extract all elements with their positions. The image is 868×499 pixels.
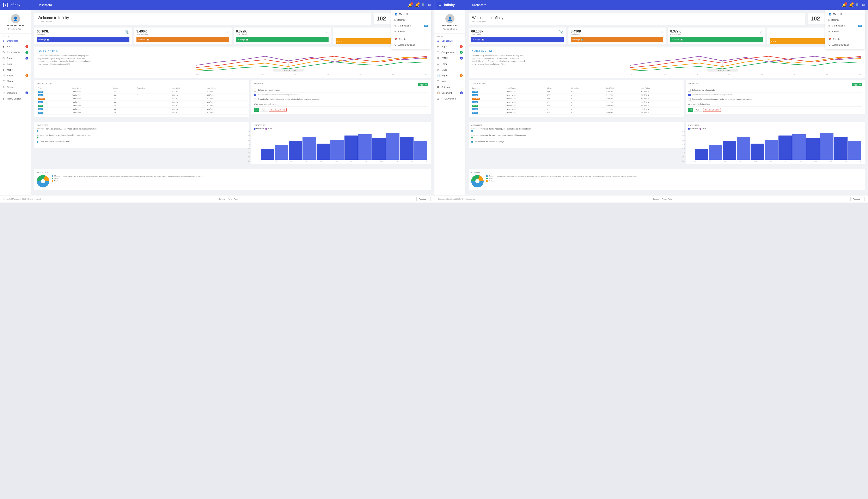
sidebar-label-menu: Menu: [7, 80, 13, 83]
col-type: Type: [37, 86, 71, 90]
sales-desc: Collaboratively administrate empowered m…: [38, 54, 91, 65]
careers-link[interactable]: Careers: [219, 198, 225, 200]
sidebar-item-apps-r[interactable]: ◈ Apps 1: [434, 44, 465, 49]
grid-icon-r[interactable]: ⊞: [862, 3, 865, 7]
todo-input-r[interactable]: [688, 102, 862, 107]
sidebar-item-document[interactable]: 📋 Document 2: [0, 90, 31, 96]
browser-title-r: ACTIVITIES: [471, 171, 862, 173]
dropdown-balance[interactable]: $ Balance: [392, 17, 431, 23]
closed-value: 8.372K: [236, 29, 329, 33]
lead-visit: 9:22 AM: [171, 111, 206, 114]
feedback-button[interactable]: Feedback ↓: [417, 197, 431, 201]
welcome-sub: Number Of Views: [38, 21, 368, 23]
todo-checkbox-2[interactable]: ✓: [254, 94, 256, 96]
sidebar-label-pages-r: Pages: [442, 74, 448, 77]
privacy-link-r[interactable]: Privacy Policy: [662, 198, 673, 200]
type-badge-r: Buyer: [472, 112, 478, 114]
todo-clear-button-r[interactable]: Clear Completed (1): [703, 108, 721, 112]
sidebar-item-email[interactable]: ✉ EMAIL 4: [0, 55, 31, 61]
sidebar-item-menu[interactable]: ☰ Menu: [0, 78, 31, 84]
sidebar-item-maps[interactable]: ⊕ Maps: [0, 67, 31, 73]
type-badge-r: Buyer: [472, 108, 478, 110]
sidebar-item-dashboard-r[interactable]: ⊞ Dashboard: [434, 38, 465, 44]
todo-active-button-r[interactable]: Active: [694, 108, 702, 112]
dropdown-connections[interactable]: ⊕ Connections 29: [392, 23, 431, 28]
firefox-dot-r: [486, 180, 488, 182]
sidebar-item-html-r[interactable]: ⊞ HTML Version: [434, 96, 465, 101]
sales-card-r: Sales in 2014 Collaboratively administra…: [469, 47, 865, 78]
sidebar-item-form[interactable]: ☰ Form: [0, 61, 31, 67]
toggle-all-button-r[interactable]: Toggle All: [852, 83, 862, 86]
col-views-r: Views: [546, 86, 571, 90]
profile-icon-r: 👤: [828, 13, 831, 15]
todo-input[interactable]: [254, 102, 428, 107]
todo-checkbox-2-r[interactable]: ✓: [688, 94, 691, 96]
analytics-bar-9: [386, 133, 399, 160]
sidebar-item-pages[interactable]: 📄 Pages 8: [0, 73, 31, 78]
activity-dot-1-r: [471, 130, 473, 132]
sidebar-label-components: Components: [7, 51, 20, 53]
dropdown-profile-r[interactable]: 👤 My profile: [826, 11, 865, 17]
metric-card-leads-r: 📎66.163kTotal Leads % change📊: [469, 27, 566, 44]
todo-checkbox-3-r[interactable]: [688, 98, 691, 101]
sidebar-item-form-r[interactable]: ☰ Form: [434, 61, 465, 67]
search-icon[interactable]: 🔍: [421, 3, 425, 7]
lead-action: 8/27/2016: [206, 94, 247, 97]
search-icon-r[interactable]: 🔍: [855, 3, 859, 7]
sidebar-item-document-r[interactable]: 📋 Document 2: [434, 90, 465, 96]
dropdown-account-settings-r[interactable]: ⚙ Account settings: [826, 42, 865, 48]
dropdown-profile[interactable]: 👤 My profile: [392, 11, 431, 17]
dropdown-events[interactable]: 📅 Events: [392, 36, 431, 42]
sidebar-item-maps-r[interactable]: ⊕ Maps: [434, 67, 465, 73]
dropdown-events-r[interactable]: 📅 Events: [826, 36, 865, 42]
sidebar-label-dashboard: Dashboard: [7, 39, 18, 42]
toggle-all-button[interactable]: Toggle All: [418, 83, 428, 86]
analytics-bar-3: [737, 137, 750, 160]
closed-label-r: Case Closed: [670, 33, 763, 35]
todo-title-r: TODO LIST: [688, 83, 699, 85]
notification-bell-orange-icon[interactable]: 🔔3: [415, 3, 419, 7]
sidebar-item-pages-r[interactable]: 📄 Pages 8: [434, 73, 465, 78]
col-visit: Last Visit: [171, 86, 206, 90]
todo-checkbox-1-r[interactable]: [688, 89, 691, 92]
sidebar-item-settings[interactable]: ⚙ Settings: [0, 84, 31, 90]
sidebar-item-settings-r[interactable]: ⚙ Settings: [434, 84, 465, 90]
dropdown-balance-r[interactable]: $ Balance: [826, 17, 865, 23]
sidebar-item-html[interactable]: ⊞ HTML Version: [0, 96, 31, 101]
sidebar-item-components-r[interactable]: ⬡ Components 3: [434, 49, 465, 55]
sidebar-item-menu-r[interactable]: ☰ Menu: [434, 78, 465, 84]
careers-link-r[interactable]: Careers: [653, 198, 659, 200]
todo-all-button-r[interactable]: All: [688, 108, 693, 112]
analytics-bar-6: [345, 135, 358, 160]
sidebar-item-apps[interactable]: ◈ Apps 1: [0, 44, 31, 49]
todo-all-button[interactable]: All: [254, 108, 259, 112]
todo-checkbox-3[interactable]: [254, 98, 256, 101]
dropdown-account-settings[interactable]: ⚙ Account settings: [392, 42, 431, 48]
privacy-link[interactable]: Privacy Policy: [227, 198, 238, 200]
notification-bell-orange-icon-r[interactable]: 🔔3: [849, 3, 853, 7]
grid-icon[interactable]: ⊞: [428, 3, 431, 7]
sidebar-item-email-r[interactable]: ✉ EMAIL 4: [434, 55, 465, 61]
leads-bar-chart: 📊: [47, 39, 49, 40]
todo-footer: All Active Clear Completed (1): [254, 108, 428, 112]
todo-item-3: Dramatically maintain clicks-and-mortar …: [254, 97, 428, 102]
dropdown-friends-r[interactable]: ♥ Friends: [826, 28, 865, 34]
dropdown-connections-r[interactable]: ⊕ Connections 29: [826, 23, 865, 28]
sidebar-item-components[interactable]: ⬡ Components 3: [0, 49, 31, 55]
type-badge-r: Buyer: [472, 101, 478, 103]
type-badge: Buyer: [38, 108, 44, 110]
notification-bell-icon[interactable]: 🔔2: [408, 3, 412, 7]
sidebar-item-dashboard[interactable]: ⊞ Dashboard: [0, 38, 31, 44]
dropdown-friends[interactable]: ♥ Friends: [392, 28, 431, 34]
logo-text: Infinity: [10, 3, 20, 7]
feedback-button-r[interactable]: Feedback ↓: [851, 197, 865, 201]
todo-clear-button[interactable]: Clear Completed (1): [269, 108, 287, 112]
notification-bell-icon-r[interactable]: 🔔2: [842, 3, 846, 7]
activity-time-2: a few ago: [37, 134, 44, 136]
two-col-leads-todo-r: ACTIVE LEADS Type Lead Name Views Favori…: [469, 80, 865, 119]
todo-active-button[interactable]: Active: [260, 108, 268, 112]
html-icon: ⊞: [2, 97, 5, 100]
col-views: Views: [112, 86, 136, 90]
todo-checkbox-1[interactable]: [254, 89, 256, 92]
todo-text-1: Collaboratively administrate: [258, 89, 281, 91]
